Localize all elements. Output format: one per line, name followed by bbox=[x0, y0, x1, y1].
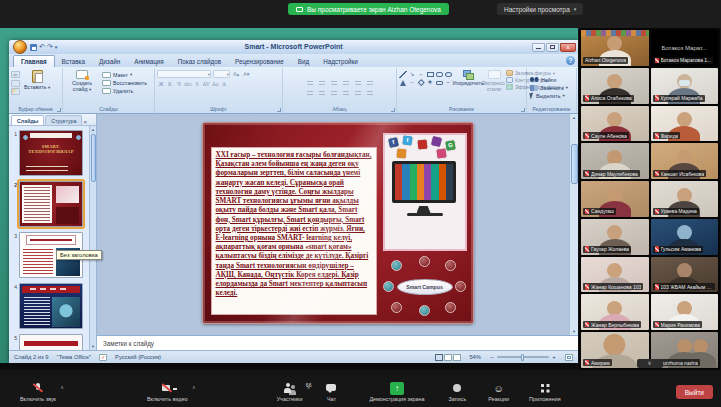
toolbar-start-video-button[interactable]: ∧Включить видео bbox=[147, 382, 188, 403]
replace-button[interactable]: Заменить ▾ bbox=[529, 84, 574, 92]
zoom-slider-thumb[interactable] bbox=[521, 354, 524, 361]
slide-canvas[interactable]: XXI ғасыр – технология ғасыры болғандықт… bbox=[202, 122, 474, 324]
participant-tile[interactable]: Каншат Исабекова bbox=[651, 143, 719, 179]
scroll-down-icon[interactable]: ▼ bbox=[572, 329, 576, 334]
close-panel-icon[interactable]: × bbox=[83, 119, 95, 125]
toolbar-record-button[interactable]: Запись bbox=[449, 382, 467, 403]
slide-thumbnail-5[interactable] bbox=[19, 334, 83, 350]
toolbar-apps-button[interactable]: Приложения bbox=[529, 382, 561, 403]
slide-thumbnail-1[interactable]: SMART-ТЕХНОЛОГИЯЛАР bbox=[19, 130, 83, 176]
participant-tile[interactable]: Гаухар Жолаева bbox=[581, 219, 649, 255]
align-right-icon[interactable] bbox=[329, 89, 339, 97]
align-center-icon[interactable] bbox=[317, 89, 327, 97]
ribbon-tab-7[interactable]: Вид bbox=[291, 56, 316, 68]
toolbar-unmute-button[interactable]: ∧Включить звук bbox=[20, 382, 56, 403]
reset-button[interactable]: Восстановить bbox=[101, 79, 148, 86]
text-direction-icon[interactable] bbox=[353, 80, 363, 88]
select-button[interactable]: Выделить ▾ bbox=[529, 92, 574, 100]
shape-callout-icon[interactable] bbox=[435, 79, 443, 86]
ribbon-tab-5[interactable]: Показ слайдов bbox=[171, 56, 228, 68]
help-button[interactable]: ? bbox=[566, 56, 575, 65]
increase-indent-icon[interactable] bbox=[341, 80, 351, 88]
shape-star-icon[interactable]: ★ bbox=[426, 79, 434, 86]
participant-tile[interactable]: Гульсим Аманова bbox=[651, 219, 719, 255]
participant-tile[interactable]: Ураева Мадина bbox=[651, 181, 719, 217]
grow-font-button[interactable]: А▴ bbox=[232, 71, 240, 77]
chevron-up-icon[interactable]: ∧ bbox=[192, 384, 196, 390]
close-button[interactable]: × bbox=[560, 43, 576, 52]
dialog-launcher-icon[interactable] bbox=[277, 108, 281, 112]
cut-icon[interactable]: ✂ bbox=[11, 71, 20, 78]
participant-tile[interactable]: Жанар Берлыбекова bbox=[581, 294, 649, 330]
shape-rect-icon[interactable] bbox=[426, 71, 434, 78]
toolbar-participants-button[interactable]: 66∧Участники bbox=[277, 382, 303, 403]
font-style-button[interactable]: Ч bbox=[175, 80, 183, 88]
slideshow-view-button[interactable] bbox=[453, 354, 461, 361]
decrease-indent-icon[interactable] bbox=[329, 80, 339, 88]
toolbar-reactions-button[interactable]: Реакции bbox=[488, 382, 509, 403]
participant-tile[interactable]: Жанар Кошанова 103 bbox=[581, 257, 649, 293]
shape-triangle-icon[interactable] bbox=[399, 79, 407, 86]
slide-thumbnail-2[interactable] bbox=[19, 181, 83, 227]
chevron-up-icon[interactable]: ∧ bbox=[307, 384, 311, 390]
font-name-select[interactable]: ▾ bbox=[157, 70, 211, 78]
toolbar-chat-button[interactable]: Чат bbox=[324, 382, 338, 403]
dialog-launcher-icon[interactable] bbox=[521, 108, 525, 112]
shrink-font-button[interactable]: А▾ bbox=[242, 71, 250, 77]
quick-styles-button[interactable]: Экспресс-стили bbox=[484, 69, 504, 93]
participant-tile[interactable]: Кулярай Маржаба bbox=[651, 68, 719, 104]
ribbon-tab-1[interactable]: Главная bbox=[13, 55, 55, 68]
layout-button[interactable]: Макет ▾ bbox=[101, 71, 148, 78]
minimize-button[interactable] bbox=[532, 43, 545, 52]
undo-icon[interactable]: ↶ bbox=[39, 42, 45, 52]
shape-line-icon[interactable] bbox=[399, 71, 407, 78]
scroll-up-icon[interactable]: ▲ bbox=[572, 115, 576, 120]
ribbon-tab-4[interactable]: Анимация bbox=[127, 56, 171, 68]
participant-tile[interactable]: Ботакоз Марат...Ботакоз Маратова 1... bbox=[651, 30, 719, 66]
redo-icon[interactable]: ↷ bbox=[47, 42, 53, 52]
slide-thumbnail-4[interactable] bbox=[19, 283, 83, 329]
justify-icon[interactable] bbox=[341, 89, 351, 97]
new-slide-button[interactable]: Создать слайд ▾ bbox=[65, 69, 99, 93]
participant-tile[interactable]: Сауле Абенова bbox=[581, 106, 649, 142]
slide-sorter-view-button[interactable] bbox=[444, 354, 452, 361]
zoom-out-button[interactable]: − bbox=[489, 354, 495, 360]
slide-image-smart-campus[interactable]: Smart Campus bbox=[383, 257, 467, 317]
ribbon-tab-8[interactable]: Надстройки bbox=[316, 56, 365, 68]
shape-diamond-icon[interactable] bbox=[417, 79, 425, 86]
notes-pane[interactable]: Заметки к слайду bbox=[97, 335, 578, 350]
copy-icon[interactable] bbox=[11, 80, 20, 87]
shape-oval-icon[interactable] bbox=[444, 71, 452, 78]
scroll-down-icon[interactable]: ▼ bbox=[91, 344, 95, 349]
slide-image-monitor[interactable]: f t G bbox=[383, 133, 467, 251]
participant-tile[interactable]: Мария Рахимова bbox=[651, 294, 719, 330]
delete-slide-button[interactable]: Удалить bbox=[101, 87, 148, 94]
participant-tile[interactable]: Фарида bbox=[651, 106, 719, 142]
paste-button[interactable]: Вставить ▾ bbox=[22, 69, 52, 91]
font-style-button[interactable]: S bbox=[193, 80, 201, 88]
slides-panel-scrollbar[interactable]: ▲ ▼ bbox=[89, 126, 96, 350]
spellcheck-icon[interactable] bbox=[99, 354, 107, 361]
align-left-icon[interactable] bbox=[305, 89, 315, 97]
align-text-icon[interactable] bbox=[365, 80, 375, 88]
scroll-up-icon[interactable]: ▲ bbox=[91, 127, 95, 132]
font-style-button[interactable]: abc bbox=[184, 80, 192, 88]
shape-arrow-icon[interactable]: ↘ bbox=[408, 71, 416, 78]
ribbon-tab-2[interactable]: Вставка bbox=[55, 56, 92, 68]
language-indicator[interactable]: Русский (Россия) bbox=[115, 354, 161, 360]
shape-rounded-icon[interactable] bbox=[435, 71, 443, 78]
font-style-button[interactable]: AV bbox=[202, 80, 210, 88]
leave-button[interactable]: Выйти bbox=[676, 385, 713, 399]
format-painter-icon[interactable] bbox=[11, 88, 20, 95]
zoom-slider[interactable]: − + bbox=[489, 354, 557, 360]
numbering-icon[interactable] bbox=[317, 80, 327, 88]
shape-right-arrow-icon[interactable]: → bbox=[408, 79, 416, 86]
shape-freeform-icon[interactable]: ~ bbox=[444, 79, 452, 86]
font-style-button[interactable]: Ж bbox=[157, 80, 165, 88]
chevron-up-icon[interactable]: ∧ bbox=[60, 384, 64, 390]
office-button[interactable] bbox=[13, 40, 27, 54]
font-size-select[interactable]: ▾ bbox=[213, 70, 230, 78]
view-settings-button[interactable]: Настройки просмотра ▾ bbox=[497, 3, 583, 15]
arrange-button[interactable]: Упорядочить bbox=[454, 69, 482, 87]
fit-to-window-button[interactable] bbox=[565, 354, 573, 361]
